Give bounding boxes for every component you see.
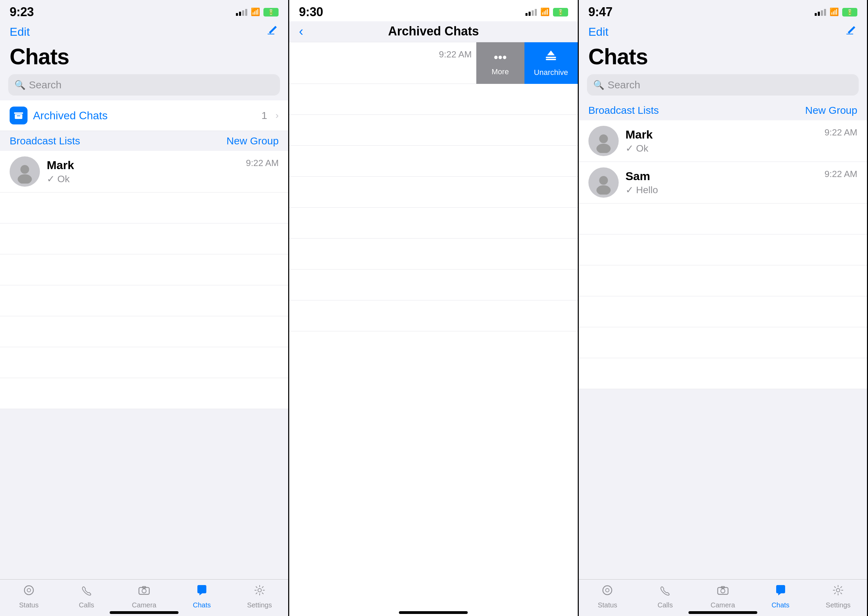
home-indicator-2 [399, 611, 468, 614]
empty-row-5 [0, 316, 288, 347]
status-bar-2: 9:30 📶 🔋 [289, 0, 577, 21]
svg-point-7 [24, 586, 33, 595]
broadcast-section-header: Broadcast Lists New Group [0, 131, 288, 151]
more-action-label: More [492, 68, 509, 76]
more-action-button[interactable]: ••• More [476, 42, 524, 84]
chat-item-mark-3[interactable]: Mark ✓ Ok 9:22 AM [579, 120, 867, 162]
camera-tab-icon-1 [138, 585, 150, 599]
tab-label-calls-1: Calls [79, 601, 94, 609]
broadcast-lists-link[interactable]: Broadcast Lists [9, 135, 80, 147]
svg-rect-17 [546, 57, 556, 58]
avatar-sam-3 [588, 167, 619, 198]
chat-list-1: Mark ✓ Ok 9:22 AM [0, 151, 288, 409]
chat-list-3: Mark ✓ Ok 9:22 AM Sam ✓ Hello 9:22 AM [579, 120, 867, 389]
edit-button-1[interactable]: Edit [9, 25, 30, 39]
avatar-mark-1 [9, 156, 40, 187]
chat-item-swipe-2[interactable]: 9:22 AM [289, 42, 481, 84]
battery-icon-1: 🔋 [263, 8, 278, 17]
chat-item-mark-1[interactable]: Mark ✓ Ok 9:22 AM [0, 151, 288, 193]
chat-info-mark-1: Mark ✓ Ok [47, 159, 239, 185]
more-dots-icon: ••• [494, 50, 507, 64]
svg-point-8 [27, 589, 31, 592]
tab-label-status-1: Status [19, 601, 39, 609]
archived-chats-row[interactable]: Archived Chats 1 › [0, 101, 288, 131]
back-button-2[interactable]: ‹ [299, 24, 305, 39]
tab-settings-3[interactable]: Settings [809, 585, 867, 609]
chat-name-mark-3: Mark [626, 128, 818, 141]
battery-icon-2: 🔋 [553, 8, 568, 17]
tab-calls-1[interactable]: Calls [58, 585, 116, 609]
search-bar-3[interactable]: 🔍 Search [587, 74, 859, 96]
new-group-button-3[interactable]: New Group [805, 105, 857, 116]
svg-rect-1 [14, 112, 23, 114]
svg-point-21 [599, 134, 608, 143]
unarchive-action-label: Unarchive [534, 68, 568, 77]
tab-label-calls-3: Calls [657, 601, 673, 609]
avatar-mark-3 [588, 126, 619, 156]
settings-tab-icon-3 [832, 585, 844, 599]
tab-label-camera-3: Camera [711, 601, 735, 609]
empty-row-r5 [579, 327, 867, 358]
tab-label-settings-1: Settings [247, 601, 272, 609]
empty-row-m3 [289, 146, 577, 177]
new-group-button-1[interactable]: New Group [226, 135, 279, 147]
chat-time-mark-3: 9:22 AM [825, 127, 857, 138]
tab-label-settings-3: Settings [826, 601, 851, 609]
unarchive-action-button[interactable]: Unarchive [524, 42, 578, 84]
compose-icon-1[interactable] [266, 24, 278, 39]
battery-icon-3: 🔋 [842, 8, 857, 17]
page-title-1: Chats [0, 42, 288, 74]
home-indicator-3 [689, 611, 757, 614]
panel-2: 9:30 📶 🔋 ‹ Archived Chats [289, 0, 579, 616]
empty-row-2 [0, 223, 288, 255]
broadcast-section-header-3: Broadcast Lists New Group [579, 101, 867, 120]
tab-camera-3[interactable]: Camera [694, 585, 752, 609]
empty-row-m2 [289, 115, 577, 146]
edit-button-3[interactable]: Edit [588, 25, 609, 39]
search-placeholder-1: Search [29, 79, 61, 91]
svg-rect-16 [546, 59, 556, 60]
empty-row-r6 [579, 358, 867, 389]
swiped-chat-row: 9:22 AM ••• More Unarchive [289, 42, 577, 84]
svg-point-12 [258, 589, 261, 592]
wifi-icon-1: 📶 [251, 8, 260, 17]
tab-calls-3[interactable]: Calls [636, 585, 694, 609]
empty-row-7 [0, 378, 288, 409]
nav-bar-1: Edit [0, 21, 288, 42]
status-tab-icon-3 [601, 585, 613, 599]
tab-settings-1[interactable]: Settings [231, 585, 289, 609]
compose-icon-3[interactable] [845, 24, 857, 39]
search-icon-3: 🔍 [593, 80, 604, 90]
tab-camera-1[interactable]: Camera [115, 585, 173, 609]
signal-icon-3 [815, 8, 826, 16]
panel-3: 9:47 📶 🔋 Edit Chats 🔍 Search Br [579, 0, 868, 616]
search-bar-1[interactable]: 🔍 Search [8, 74, 280, 96]
empty-row-r3 [579, 266, 867, 296]
status-bar-3: 9:47 📶 🔋 [579, 0, 867, 21]
nav-bar-3: Edit [579, 21, 867, 42]
settings-tab-icon-1 [254, 585, 266, 599]
empty-row-3 [0, 255, 288, 285]
status-icons-2: 📶 🔋 [525, 8, 568, 17]
empty-row-m7 [289, 269, 577, 300]
status-tab-icon-1 [23, 585, 35, 599]
tab-chats-1[interactable]: Chats [173, 585, 231, 609]
empty-row-m6 [289, 239, 577, 269]
archived-label: Archived Chats [33, 109, 256, 122]
tab-bar-1: Status Calls Camera [0, 579, 288, 616]
status-time-3: 9:47 [588, 5, 612, 19]
tab-status-3[interactable]: Status [579, 585, 637, 609]
svg-point-10 [142, 589, 146, 593]
chat-info-swipe-2 [289, 62, 432, 64]
tab-status-1[interactable]: Status [0, 585, 58, 609]
empty-row-r1 [579, 203, 867, 234]
svg-point-27 [605, 589, 609, 592]
chat-item-sam-3[interactable]: Sam ✓ Hello 9:22 AM [579, 162, 867, 203]
signal-icon-2 [525, 8, 537, 16]
status-icons-3: 📶 🔋 [815, 8, 857, 17]
broadcast-lists-link-3[interactable]: Broadcast Lists [588, 105, 659, 116]
panel-1: 9:23 📶 🔋 Edit Chats 🔍 Search [0, 0, 289, 616]
tab-chats-3[interactable]: Chats [752, 585, 810, 609]
empty-row-r2 [579, 234, 867, 266]
chat-msg-mark-3: ✓ Ok [626, 143, 818, 154]
